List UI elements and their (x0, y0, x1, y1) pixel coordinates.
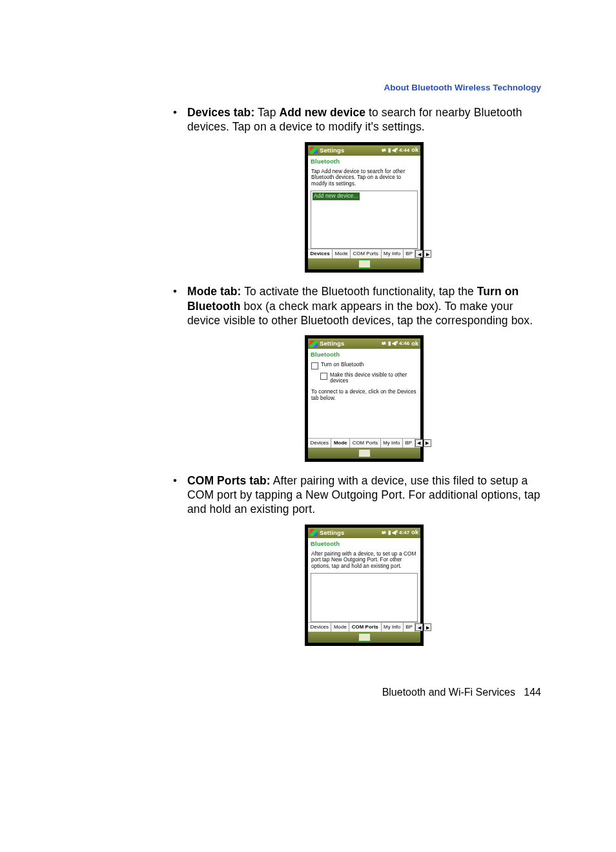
signal-icon: ▮ (388, 530, 391, 536)
soft-key-bar (308, 258, 420, 269)
screen-body: Turn on Bluetooth Make this device visib… (308, 360, 420, 438)
checkbox-label: Make this device visible to other device… (330, 372, 417, 384)
clock: 4:46 (399, 340, 409, 347)
instruction-text: After pairing with a device, to set up a… (308, 549, 420, 572)
ok-button[interactable]: ok (411, 147, 418, 154)
tab-comports[interactable]: COM Ports (349, 623, 381, 632)
titlebar-title: Settings (320, 529, 380, 537)
arrow-left-icon[interactable]: ◀ (415, 623, 423, 631)
checkbox-icon[interactable] (320, 373, 327, 380)
tab-myinfo[interactable]: My Info (382, 623, 404, 632)
screen-body: After pairing with a device, to set up a… (308, 549, 420, 622)
phone-frame: Settings ⇄ ▮ ◀ᴱ 4:47 ok Bluetooth After … (305, 525, 424, 646)
tab-bar: Devices Mode COM Ports My Info BP ◀ ▶ (308, 438, 420, 448)
bullet-devices: Devices tab: Tap Add new device to searc… (173, 105, 541, 273)
screenshot-comports: Settings ⇄ ▮ ◀ᴱ 4:47 ok Bluetooth After … (187, 525, 541, 646)
instruction-text: To connect to a device, click on the Dev… (308, 385, 420, 404)
footer-page-number: 144 (524, 687, 541, 698)
start-icon[interactable] (310, 340, 318, 348)
tab-comports[interactable]: COM Ports (351, 249, 381, 258)
bullet-label: COM Ports tab: (187, 474, 271, 487)
tab-devices[interactable]: Devices (308, 623, 331, 632)
bullet-text: To activate the Bluetooth functionality,… (241, 285, 477, 298)
start-icon[interactable] (310, 529, 318, 536)
com-port-list[interactable] (311, 573, 418, 622)
tab-devices[interactable]: Devices (308, 439, 331, 448)
arrow-right-icon[interactable]: ▶ (424, 623, 431, 631)
tab-devices[interactable]: Devices (308, 249, 333, 258)
connectivity-icon: ⇄ (382, 530, 386, 536)
bullet-text: Tap (254, 106, 279, 119)
status-icons: ⇄ ▮ ◀ᴱ 4:44 (382, 147, 409, 154)
status-icons: ⇄ ▮ ◀ᴱ 4:47 (382, 530, 409, 536)
signal-icon: ▮ (388, 340, 391, 347)
screenshot-mode: Settings ⇄ ▮ ◀ᴱ 4:46 ok Bluetooth (187, 335, 541, 461)
screen-subtitle: Bluetooth (308, 538, 420, 549)
page-footer: Bluetooth and Wi-Fi Services 144 (382, 687, 541, 698)
titlebar: Settings ⇄ ▮ ◀ᴱ 4:44 ok (308, 145, 420, 156)
arrow-right-icon[interactable]: ▶ (424, 439, 431, 447)
volume-icon: ◀ᴱ (392, 530, 398, 536)
arrow-left-icon[interactable]: ◀ (415, 439, 423, 447)
clock: 4:44 (399, 147, 409, 154)
titlebar-title: Settings (320, 340, 380, 348)
connectivity-icon: ⇄ (382, 147, 386, 154)
bullet-comports: COM Ports tab: After pairing with a devi… (173, 473, 541, 647)
checkbox-label: Turn on Bluetooth (321, 362, 364, 368)
screen-subtitle: Bluetooth (308, 349, 420, 360)
page-content: About Bluetooth Wireless Technology Devi… (89, 83, 541, 658)
tab-bp[interactable]: BP (404, 623, 416, 632)
footer-chapter: Bluetooth and Wi-Fi Services (382, 687, 515, 698)
tab-bp[interactable]: BP (404, 249, 416, 258)
tab-mode[interactable]: Mode (331, 623, 349, 632)
tab-scroll-arrows: ◀ ▶ (415, 623, 432, 632)
bullet-label: Mode tab: (187, 285, 241, 298)
arrow-right-icon[interactable]: ▶ (424, 250, 431, 258)
start-icon[interactable] (310, 147, 318, 154)
tab-mode[interactable]: Mode (331, 439, 350, 448)
tab-myinfo[interactable]: My Info (381, 439, 403, 448)
keyboard-icon[interactable] (358, 260, 371, 268)
checkbox-row-turn-on[interactable]: Turn on Bluetooth (308, 360, 420, 371)
bullet-label: Devices tab: (187, 106, 254, 119)
soft-key-bar (308, 632, 420, 643)
tab-scroll-arrows: ◀ ▶ (415, 249, 432, 258)
ok-button[interactable]: ok (411, 340, 418, 348)
phone-frame: Settings ⇄ ▮ ◀ᴱ 4:44 ok Bluetooth Tap Ad… (305, 142, 424, 273)
titlebar: Settings ⇄ ▮ ◀ᴱ 4:47 ok (308, 528, 420, 538)
connectivity-icon: ⇄ (382, 340, 386, 347)
checkbox-icon[interactable] (311, 362, 318, 369)
tab-bar: Devices Mode COM Ports My Info BP ◀ ▶ (308, 622, 420, 632)
tab-bar: Devices Mode COM Ports My Info BP ◀ ▶ (308, 249, 420, 258)
bullet-inline-bold: Add new device (279, 106, 365, 119)
titlebar: Settings ⇄ ▮ ◀ᴱ 4:46 ok (308, 338, 420, 349)
screenshot-devices: Settings ⇄ ▮ ◀ᴱ 4:44 ok Bluetooth Tap Ad… (187, 142, 541, 273)
volume-icon: ◀ᴱ (392, 147, 398, 154)
tab-scroll-arrows: ◀ ▶ (415, 439, 432, 448)
keyboard-icon[interactable] (358, 449, 371, 457)
tab-mode[interactable]: Mode (333, 249, 351, 258)
titlebar-title: Settings (320, 147, 380, 154)
phone-frame: Settings ⇄ ▮ ◀ᴱ 4:46 ok Bluetooth (305, 335, 424, 461)
screen-body: Tap Add new device to search for other B… (308, 167, 420, 249)
tab-comports[interactable]: COM Ports (350, 439, 380, 448)
bullet-mode: Mode tab: To activate the Bluetooth func… (173, 284, 541, 461)
device-list[interactable]: Add new device... (311, 191, 418, 249)
section-header: About Bluetooth Wireless Technology (89, 83, 541, 92)
add-new-device-link[interactable]: Add new device... (313, 192, 360, 200)
volume-icon: ◀ᴱ (392, 340, 398, 347)
ok-button[interactable]: ok (411, 529, 418, 537)
instruction-text: Tap Add new device to search for other B… (308, 167, 420, 189)
tab-bp[interactable]: BP (403, 439, 415, 448)
screen-subtitle: Bluetooth (308, 156, 420, 167)
status-icons: ⇄ ▮ ◀ᴱ 4:46 (382, 340, 409, 347)
keyboard-icon[interactable] (358, 633, 371, 641)
bullet-list: Devices tab: Tap Add new device to searc… (173, 105, 541, 646)
arrow-left-icon[interactable]: ◀ (415, 250, 423, 258)
clock: 4:47 (399, 530, 409, 536)
tab-myinfo[interactable]: My Info (382, 249, 404, 258)
checkbox-row-visible[interactable]: Make this device visible to other device… (317, 371, 420, 386)
soft-key-bar (308, 448, 420, 459)
signal-icon: ▮ (388, 147, 391, 154)
